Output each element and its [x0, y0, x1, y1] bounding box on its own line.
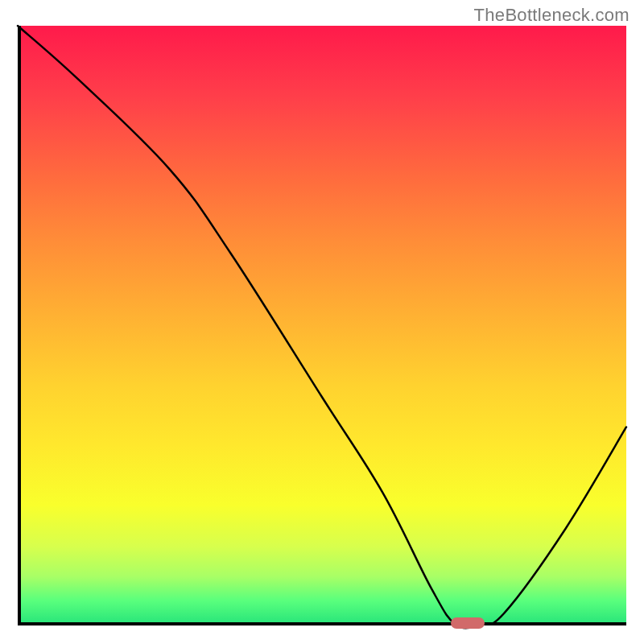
bottleneck-curve [18, 26, 626, 625]
watermark-text: TheBottleneck.com [474, 5, 630, 26]
chart-frame: TheBottleneck.com [0, 0, 644, 644]
optimal-marker [451, 617, 485, 629]
